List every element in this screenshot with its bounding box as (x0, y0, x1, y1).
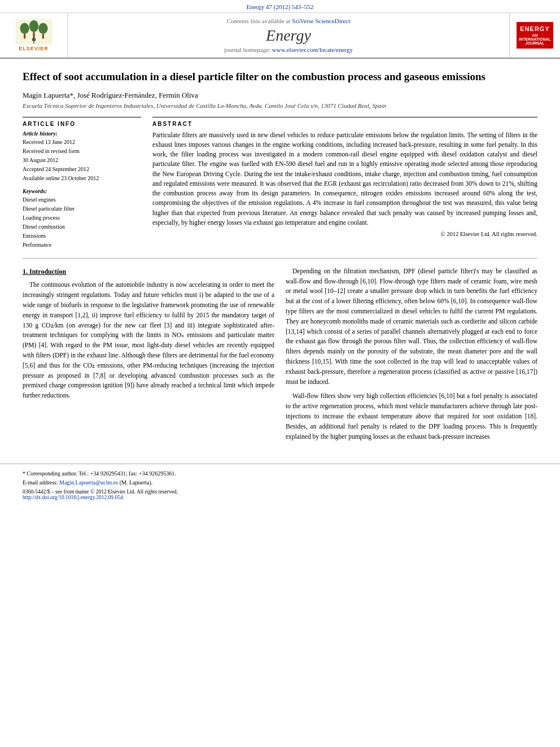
intro-para-right-2: Wall-flow filters show very high collect… (286, 391, 537, 442)
keyword-2: Diesel particulate filter (23, 205, 141, 213)
body-columns: 1. Introduction The continuous evolution… (23, 267, 537, 447)
corresponding-author-note: * Corresponding author. Tel.: +34 926295… (23, 470, 537, 478)
email-link[interactable]: Magin.Lapuerta@uclm.es (59, 479, 118, 486)
svg-point-3 (38, 23, 47, 34)
journal-homepage: journal homepage: www.elsevier.com/locat… (224, 46, 353, 53)
keywords-label: Keywords: (23, 188, 141, 194)
elsevier-logo-section: ELSEVIER (0, 13, 68, 58)
homepage-label: journal homepage: (224, 46, 272, 53)
badge-line3: JOURNAL (519, 41, 551, 45)
svg-point-1 (20, 23, 29, 34)
badge-line1: ENERGY (519, 25, 551, 32)
keyword-6: Performance (23, 241, 141, 249)
article-content: Effect of soot accumulation in a diesel … (0, 59, 560, 458)
revised-date: 30 August 2012 (23, 156, 141, 164)
article-info-column: ARTICLE INFO Article history: Received 1… (23, 117, 141, 250)
svg-rect-6 (42, 34, 43, 38)
issn-line: 0360-5442/$ – see front matter © 2012 El… (23, 489, 537, 500)
received-date: Received 13 June 2012 (23, 138, 141, 146)
keyword-4: Diesel combustion (23, 223, 141, 231)
body-left-column: 1. Introduction The continuous evolution… (23, 267, 274, 447)
homepage-url[interactable]: www.elsevier.com/locate/energy (272, 46, 353, 53)
article-authors: Magín Lapuerta*, José Rodríguez-Fernánde… (23, 91, 537, 100)
sciverse-name[interactable]: SciVerse ScienceDirect (292, 18, 350, 24)
received-revised-label: Received in revised form (23, 147, 141, 155)
authors-text: Magín Lapuerta*, José Rodríguez-Fernánde… (23, 91, 198, 99)
accepted-date: Accepted 24 September 2012 (23, 165, 141, 173)
keyword-5: Emissions (23, 232, 141, 240)
section1-title: 1. Introduction (23, 267, 274, 277)
keyword-3: Loading process (23, 214, 141, 222)
elsevier-logo: ELSEVIER (14, 19, 54, 51)
article-affiliation: Escuela Técnica Superior de Ingenieros I… (23, 102, 537, 109)
journal-citation: Energy 47 (2012) 543–552 (247, 3, 314, 10)
svg-rect-5 (33, 32, 34, 38)
contents-text: Contents lists available at (227, 18, 292, 24)
article-info-heading: ARTICLE INFO (23, 121, 141, 127)
section-divider (23, 258, 537, 259)
article-info-abstract: ARTICLE INFO Article history: Received 1… (23, 117, 537, 250)
svg-point-2 (29, 20, 38, 32)
elsevier-tree-icon (14, 19, 54, 45)
email-label: E-mail address: (23, 479, 59, 486)
available-online: Available online 23 October 2012 (23, 174, 141, 182)
history-label: Article history: (23, 130, 141, 137)
elsevier-text: ELSEVIER (19, 46, 49, 51)
svg-rect-4 (24, 34, 25, 38)
footer: * Corresponding author. Tel.: +34 926295… (0, 464, 560, 505)
doi-link[interactable]: http://dx.doi.org/10.1016/j.energy.2012.… (23, 495, 537, 500)
abstract-heading: ABSTRACT (152, 121, 537, 127)
body-right-column: Depending on the filtration mechanism, D… (286, 267, 537, 447)
energy-badge: ENERGY AN INTERNATIONAL JOURNAL (517, 22, 553, 49)
footer-bottom: 0360-5442/$ – see front matter © 2012 El… (23, 489, 537, 500)
journal-title: Energy (266, 27, 311, 45)
page: Energy 47 (2012) 543–552 (0, 0, 560, 747)
top-bar: Energy 47 (2012) 543–552 (0, 0, 560, 13)
badge-line2: AN INTERNATIONAL (519, 33, 551, 41)
email-line: E-mail address: Magin.Lapuerta@uclm.es (… (23, 479, 537, 487)
keyword-1: Diesel engines (23, 196, 141, 204)
article-title: Effect of soot accumulation in a diesel … (23, 70, 537, 84)
intro-para-left: The continuous evolution of the automobi… (23, 280, 274, 401)
sciverse-link: Contents lists available at SciVerse Sci… (227, 18, 350, 24)
journal-header-right: ENERGY AN INTERNATIONAL JOURNAL (509, 13, 560, 58)
copyright: © 2012 Elsevier Ltd. All rights reserved… (152, 231, 537, 237)
keywords-section: Keywords: Diesel engines Diesel particul… (23, 188, 141, 249)
intro-para-right-1: Depending on the filtration mechanism, D… (286, 267, 537, 387)
svg-point-7 (32, 38, 36, 42)
issn-text: 0360-5442/$ – see front matter © 2012 El… (23, 489, 537, 495)
abstract-text: Particulate filters are massively used i… (152, 130, 537, 228)
email-suffix: (M. Lapuerta). (120, 479, 153, 486)
abstract-column: ABSTRACT Particulate filters are massive… (152, 117, 537, 250)
journal-header-center: Contents lists available at SciVerse Sci… (68, 13, 509, 58)
journal-header: ELSEVIER Contents lists available at Sci… (0, 13, 560, 59)
